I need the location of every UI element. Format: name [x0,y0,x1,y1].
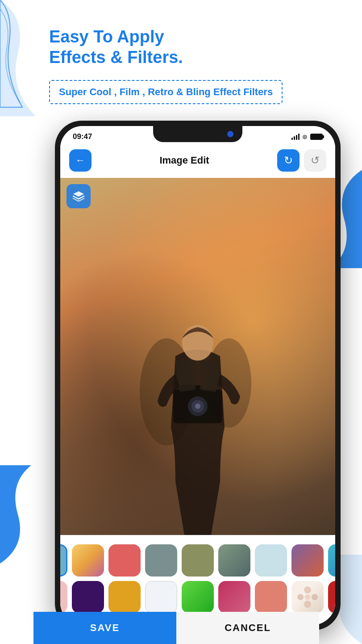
rotate-button[interactable]: ↻ [277,149,300,172]
redo-button[interactable]: ↺ [304,149,326,172]
phone-wrapper: 09:47 ⊛ ← [33,121,362,630]
filter-deep-purple[interactable] [72,581,104,613]
filter-pink[interactable] [60,581,67,613]
svg-point-7 [195,404,200,409]
filter-cyan[interactable] [328,544,335,577]
photo-area [60,178,335,535]
header-section: Easy To Apply Effects & Filters. Super C… [49,27,353,104]
svg-point-11 [304,601,311,608]
phone-frame: 09:47 ⊛ ← [55,121,341,630]
decoration-left-top [0,0,45,125]
svg-point-9 [297,594,304,600]
filter-row-1 [67,544,328,577]
cancel-label: CANCEL [225,622,271,634]
status-time: 09:47 [73,132,92,141]
action-buttons: ↻ ↺ [277,149,326,172]
app-title: Image Edit [159,155,209,166]
back-arrow-icon: ← [75,155,85,166]
filter-white[interactable] [145,581,177,613]
redo-icon: ↺ [311,154,320,167]
subtitle-text: Super Cool , Film , Retro & Bling Effect… [59,86,273,97]
notch [153,126,242,142]
svg-point-10 [312,594,318,600]
back-button[interactable]: ← [69,149,92,172]
filter-strip [60,535,335,625]
filter-water[interactable] [60,544,67,577]
filter-salmon[interactable] [255,581,287,613]
filter-purple-orange[interactable] [291,544,324,577]
filter-green[interactable] [182,581,214,613]
status-icons: ⊛ [291,133,323,140]
filter-coral[interactable] [108,544,141,577]
filter-crimson[interactable] [328,581,335,613]
subtitle-box: Super Cool , Film , Retro & Bling Effect… [49,80,283,104]
signal-icon [291,134,300,140]
save-label: SAVE [90,622,120,634]
filter-warm[interactable] [72,544,104,577]
filter-olive[interactable] [182,544,214,577]
camera-dot [227,131,233,137]
status-bar: 09:47 ⊛ [60,126,335,145]
main-title: Easy To Apply Effects & Filters. [49,27,353,67]
filter-ice[interactable] [255,544,287,577]
battery-icon [310,134,323,140]
save-button[interactable]: SAVE [33,612,176,644]
filter-slate[interactable] [145,544,177,577]
cancel-button[interactable]: CANCEL [176,612,319,644]
filter-teal[interactable] [218,544,250,577]
filter-amber[interactable] [108,581,141,613]
filter-magenta[interactable] [218,581,250,613]
filter-row-2 [67,581,328,613]
rotate-icon: ↻ [284,154,293,167]
person-silhouette [131,303,265,535]
svg-point-8 [304,586,311,593]
wifi-icon: ⊛ [302,133,308,140]
svg-point-12 [305,594,310,600]
floral-pattern-icon [291,581,324,613]
bottom-action-bar: SAVE CANCEL [33,612,319,644]
layers-icon [72,189,85,203]
phone-screen: 09:47 ⊛ ← [60,126,335,625]
filter-floral[interactable] [291,581,324,613]
layers-badge[interactable] [67,184,91,208]
app-bar: ← Image Edit ↻ ↺ [60,145,335,178]
